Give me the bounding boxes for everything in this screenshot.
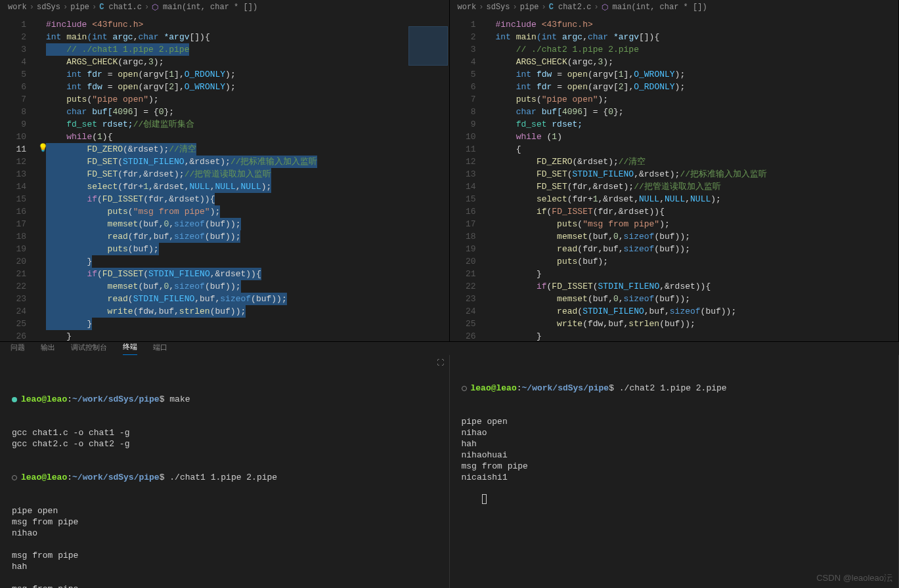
prompt-status-icon — [12, 475, 17, 480]
tab-problems[interactable]: 问题 — [11, 343, 25, 355]
lightbulb-icon[interactable] — [38, 143, 47, 152]
function-icon: ⬡ — [602, 3, 610, 12]
bc-symbol[interactable]: main(int, char * []) — [163, 3, 257, 12]
line-numbers: 1234567891011121314151617181920212223242… — [0, 14, 33, 341]
bc-folder[interactable]: sdSys — [37, 3, 60, 12]
terminal-split: ⛶ leao@leao:~/work/sdSys/pipe$ make gcc … — [0, 355, 899, 588]
maximize-icon[interactable]: ⛶ — [437, 358, 444, 369]
minimap[interactable] — [384, 14, 449, 341]
terminal-command: ./chat2 1.pipe 2.pipe — [619, 383, 727, 393]
terminal-2[interactable]: leao@leao:~/work/sdSys/pipe$ ./chat2 1.p… — [450, 355, 900, 588]
breadcrumb[interactable]: work› sdSys› pipe› C chat1.c› ⬡ main(int… — [0, 0, 449, 14]
tab-ports[interactable]: 端口 — [153, 343, 167, 355]
editor-left: work› sdSys› pipe› C chat1.c› ⬡ main(int… — [0, 0, 450, 341]
tab-terminal[interactable]: 终端 — [123, 342, 137, 355]
bc-symbol[interactable]: main(int, char * []) — [613, 3, 707, 12]
panel-tabs: 问题 输出 调试控制台 终端 端口 — [0, 341, 899, 355]
breadcrumb[interactable]: work› sdSys› pipe› C chat2.c› ⬡ main(int… — [450, 0, 899, 14]
terminal-1[interactable]: ⛶ leao@leao:~/work/sdSys/pipe$ make gcc … — [0, 355, 450, 588]
bc-file[interactable]: chat1.c — [108, 3, 141, 12]
bc-folder[interactable]: work — [8, 3, 27, 12]
terminal-output: gcc chat1.c -o chat1 -g gcc chat2.c -o c… — [12, 427, 437, 450]
line-numbers: 1234567891011121314151617181920212223242… — [450, 14, 483, 341]
prompt-status-icon — [12, 397, 17, 402]
code-area[interactable]: 1234567891011121314151617181920212223242… — [0, 14, 449, 341]
bc-folder[interactable]: sdSys — [487, 3, 510, 12]
terminal-command: make — [169, 394, 190, 404]
bc-file[interactable]: chat2.c — [558, 3, 591, 12]
tab-output[interactable]: 输出 — [41, 343, 55, 355]
c-file-icon: C — [549, 3, 556, 12]
terminal-output: pipe open nihao hah nihaohuai msg from p… — [462, 416, 887, 483]
code-area[interactable]: 1234567891011121314151617181920212223242… — [450, 14, 899, 341]
function-icon: ⬡ — [152, 3, 160, 12]
bc-folder[interactable]: work — [458, 3, 477, 12]
terminal-cursor — [482, 494, 487, 504]
terminal-command: ./chat1 1.pipe 2.pipe — [169, 472, 277, 482]
bc-folder[interactable]: pipe — [70, 3, 89, 12]
editor-right: work› sdSys› pipe› C chat2.c› ⬡ main(int… — [450, 0, 900, 341]
watermark: CSDN @leaoleao沄 — [816, 572, 892, 584]
tab-debug-console[interactable]: 调试控制台 — [71, 343, 107, 355]
c-file-icon: C — [99, 3, 106, 12]
editor-split: work› sdSys› pipe› C chat1.c› ⬡ main(int… — [0, 0, 899, 341]
bc-folder[interactable]: pipe — [520, 3, 539, 12]
terminal-output: pipe open msg from pipe nihao msg from p… — [12, 505, 437, 588]
code-content[interactable]: #include <43func.h>int main(int argc,cha… — [483, 14, 899, 341]
prompt-status-icon — [462, 386, 467, 391]
